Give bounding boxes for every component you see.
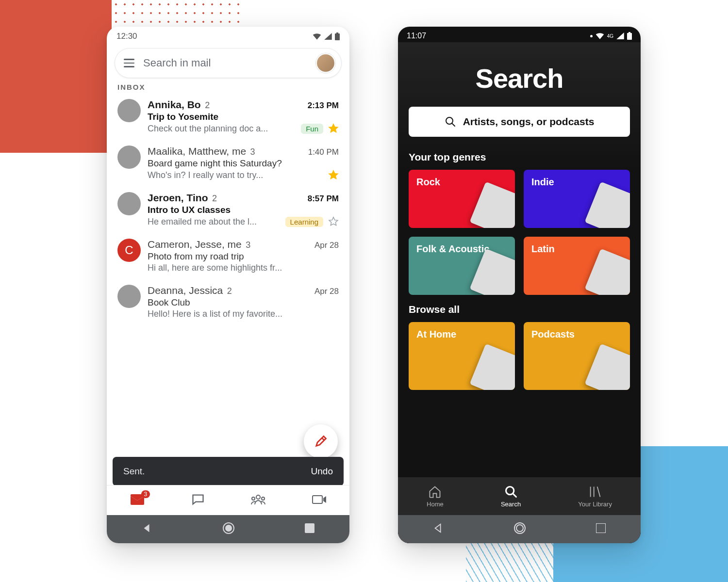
thread-count: 2 [212,194,217,203]
svg-rect-5 [313,496,322,503]
thread-subject: Photo from my road trip [148,251,339,262]
tab-chat[interactable] [191,493,205,508]
search-bar[interactable]: Search in mail [115,48,342,78]
status-icons [313,32,340,40]
genre-tile[interactable]: Podcasts [524,322,630,390]
thread-time: Apr 28 [314,287,339,296]
gmail-phone-frame: 12:30 Search in mail INBOX Annika, Bo 2 … [107,27,349,543]
thread[interactable]: Deanna, Jessica 2 Apr 28 Book Club Hello… [112,280,345,326]
svg-point-2 [256,495,260,499]
nav-recent[interactable] [305,523,314,535]
thread-count: 2 [227,286,232,296]
thread-snippet: Hi all, here are some highlights fr... [148,263,339,273]
thread-avatar: C [117,239,141,262]
thread-senders: Jeroen, Tino [148,192,208,203]
svg-rect-15 [596,523,606,533]
svg-rect-0 [335,33,340,40]
browse-all-section: Browse all At HomePodcasts [398,304,641,390]
star-icon[interactable] [328,170,339,180]
tile-art [469,343,515,390]
inbox-section-label: INBOX [107,83,349,94]
tile-label: Latin [531,243,555,254]
thread-chip: Learning [285,217,323,227]
tab-mail[interactable]: 3 [130,493,145,508]
svg-rect-1 [336,32,338,34]
svg-rect-9 [627,33,632,40]
nav-back[interactable] [142,523,152,535]
thread[interactable]: Annika, Bo 2 2:13 PM Trip to Yosemite Ch… [112,94,345,141]
nav-back[interactable] [433,523,444,535]
page-title: Search [398,42,641,107]
genre-tile[interactable]: Folk & Acoustic [409,237,515,295]
genre-tile[interactable]: Latin [524,237,630,295]
svg-point-11 [446,117,453,124]
genre-tile[interactable]: Indie [524,170,630,228]
battery-icon [335,32,340,40]
status-time: 12:30 [116,32,137,41]
nav-recent[interactable] [596,523,606,535]
thread-subject: Intro to UX classes [148,205,339,215]
thread-count: 2 [205,100,210,110]
thread-senders: Maalika, Matthew, me [148,146,246,157]
svg-point-7 [225,525,232,532]
thread-snippet: Hello! Here is a list of my favorite... [148,309,339,319]
tab-library-label: Your Library [578,501,612,508]
signal-icon [324,33,332,40]
svg-rect-8 [305,523,314,533]
thread-avatar [117,285,141,308]
svg-rect-10 [629,32,630,33]
tile-art [584,248,630,295]
account-avatar[interactable] [316,53,335,73]
compose-fab[interactable] [304,424,338,458]
search-bar[interactable]: Artists, songs, or podcasts [409,107,630,137]
spotify-phone-frame: 11:07 4G Search Artists, songs, or podca… [398,27,641,543]
search-placeholder: Artists, songs, or podcasts [463,116,595,128]
status-bar: 11:07 4G [398,27,641,42]
genre-tile[interactable]: Rock [409,170,515,228]
thread-time: 1:40 PM [308,147,339,157]
thread-count: 3 [246,240,250,250]
star-icon[interactable] [328,216,339,227]
thread[interactable]: C Cameron, Jesse, me 3 Apr 28 Photo from… [112,234,345,280]
tab-search-label: Search [501,501,521,508]
top-genres-label: Your top genres [409,151,630,163]
tab-meet[interactable] [312,494,327,507]
thread-avatar [117,99,141,122]
tab-library[interactable]: Your Library [578,485,612,508]
tab-search[interactable]: Search [501,485,521,508]
tile-art [584,343,630,390]
wifi-icon [313,33,321,40]
status-bar: 12:30 [107,27,349,44]
svg-point-4 [262,497,265,500]
status-time: 11:07 [407,32,426,40]
browse-all-label: Browse all [409,304,630,315]
thread-senders: Cameron, Jesse, me [148,239,242,250]
thread-subject: Book Club [148,297,339,308]
network-label: 4G [607,33,613,39]
search-icon [504,485,518,499]
snackbar-undo[interactable]: Undo [311,466,333,477]
status-icons: 4G [590,32,632,40]
android-nav-bar [398,515,641,543]
star-icon[interactable] [328,123,339,134]
tab-spaces[interactable] [250,494,266,507]
android-nav-bar [107,515,349,543]
bottom-tabs: Home Search Your Library [398,477,641,515]
thread-subject: Board game night this Saturday? [148,158,339,169]
genre-tile[interactable]: At Home [409,322,515,390]
tile-label: Folk & Acoustic [416,243,489,254]
thread-subject: Trip to Yosemite [148,112,339,122]
tab-home[interactable]: Home [427,485,444,508]
decorative-red-block [0,0,112,153]
nav-home[interactable] [513,522,526,536]
thread[interactable]: Maalika, Matthew, me 3 1:40 PM Board gam… [112,141,345,187]
thread[interactable]: Jeroen, Tino 2 8:57 PM Intro to UX class… [112,187,345,234]
thread-senders: Deanna, Jessica [148,285,223,296]
menu-icon[interactable] [124,59,134,67]
thread-time: 8:57 PM [308,194,339,204]
library-icon [588,485,602,499]
tile-art [469,248,515,295]
chat-icon [191,493,205,506]
battery-icon [627,32,632,40]
nav-home[interactable] [222,522,235,536]
